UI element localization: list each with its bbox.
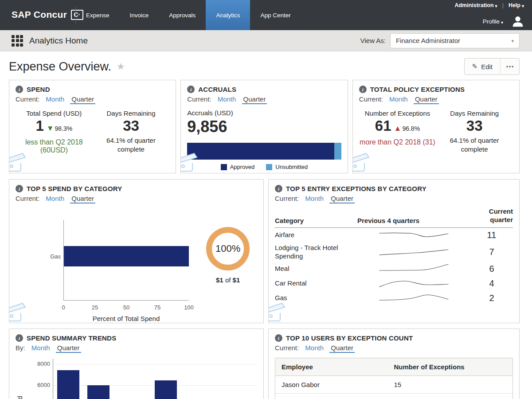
month-link[interactable]: Month	[305, 195, 324, 202]
month-link[interactable]: Month	[389, 95, 408, 103]
month-link[interactable]: Month	[305, 344, 324, 352]
favorite-star-icon[interactable]: ★	[117, 61, 125, 72]
tab-approvals[interactable]: Approvals	[159, 0, 206, 30]
card-title: SPEND SUMMARY TRENDS	[27, 334, 116, 342]
info-icon[interactable]: i	[16, 86, 23, 93]
entry-exceptions-card: i TOP 5 ENTRY EXCEPTIONS BY CATEGORY Cur…	[268, 179, 520, 323]
wallet-icon	[268, 301, 288, 323]
info-icon[interactable]: i	[275, 334, 282, 342]
info-icon[interactable]: i	[16, 185, 23, 192]
nav-separator: |	[502, 2, 504, 8]
page-title: Expense Overview.	[9, 60, 111, 74]
column-header: Previous 4 quarters	[357, 217, 470, 224]
top-users-card: i TOP 10 USERS BY EXCEPTION COUNT Curren…	[268, 329, 520, 399]
x-tick: 75	[149, 304, 166, 311]
quarter-link[interactable]: Quarter	[242, 95, 267, 104]
column-header: Employee	[282, 363, 394, 371]
donut-percent-label: 100%	[215, 243, 240, 254]
main-tabs: Expense Invoice Approvals Analytics App …	[76, 0, 301, 30]
wallet-icon	[352, 152, 372, 173]
info-icon[interactable]: i	[187, 86, 195, 93]
spend-trends-card: i SPEND SUMMARY TRENDS By: Month Quarter…	[9, 329, 264, 399]
period-label: Current:	[16, 95, 39, 103]
metric-label: Total Spend (USD)	[16, 110, 93, 117]
info-icon[interactable]: i	[275, 185, 282, 192]
accruals-value: 9,856	[187, 117, 341, 136]
quarter-link[interactable]: Quarter	[70, 95, 95, 104]
period-label: Current:	[275, 195, 299, 202]
tab-app-center[interactable]: App Center	[250, 0, 301, 30]
y-axis	[53, 359, 53, 399]
tab-invoice[interactable]: Invoice	[120, 0, 159, 30]
card-title: TOP 10 USERS BY EXCEPTION COUNT	[286, 334, 413, 342]
user-avatar-icon[interactable]	[512, 15, 524, 27]
metric-label: Days Remaining	[436, 110, 513, 117]
trend-bar	[57, 370, 79, 399]
x-tick: 0	[55, 304, 72, 311]
chevron-down-icon: ▾	[495, 4, 497, 8]
quarter-link[interactable]: Quarter	[70, 195, 95, 203]
quarter-link[interactable]: Quarter	[56, 344, 81, 353]
pencil-icon: ✎	[472, 63, 478, 70]
quarter-link[interactable]: Quarter	[329, 344, 355, 353]
edit-button[interactable]: ✎ Edit	[465, 59, 501, 74]
decrease-icon: ▼	[47, 124, 54, 133]
wallet-icon	[9, 152, 29, 173]
tab-expense[interactable]: Expense	[76, 0, 120, 30]
view-as-dropdown[interactable]: Finance Administrator ▾	[390, 33, 520, 48]
wallet-icon	[9, 301, 29, 323]
card-title: TOTAL POLICY EXCEPTIONS	[370, 86, 465, 93]
wallet-icon	[180, 152, 200, 173]
category-bar	[64, 246, 189, 266]
administration-menu[interactable]: Administration▾	[454, 2, 497, 8]
accruals-card: i ACCRUALS Current: Month Quarter Accrua…	[180, 80, 348, 173]
metric-value: 1	[35, 117, 43, 134]
x-tick: 25	[86, 304, 104, 311]
card-title: TOP 5 SPEND BY CATEGORY	[27, 185, 122, 192]
info-icon[interactable]: i	[16, 334, 23, 342]
quarter-link[interactable]: Quarter	[329, 195, 355, 203]
spend-by-category-card: i TOP 5 SPEND BY CATEGORY Current: Month…	[9, 179, 264, 323]
help-menu[interactable]: Help▾	[509, 2, 524, 8]
unsubmitted-swatch	[266, 164, 272, 170]
card-title: ACCRUALS	[198, 86, 236, 93]
table-row: Gas 2	[275, 291, 513, 305]
sparkline	[368, 292, 459, 304]
sparkline	[368, 263, 459, 274]
more-options-button[interactable]: ⋯	[501, 59, 519, 74]
apps-grid-icon[interactable]	[12, 35, 23, 47]
metric-label: Days Remaining	[93, 110, 170, 117]
metric-label: Number of Exceptions	[359, 110, 436, 117]
sparkline	[368, 229, 459, 241]
period-label: Current:	[16, 195, 39, 202]
month-link[interactable]: Month	[31, 344, 50, 352]
month-link[interactable]: Month	[46, 195, 64, 202]
accruals-stacked-bar	[187, 143, 341, 160]
trend-bar	[87, 385, 110, 399]
spend-trend-bar-chart: 8000 6000 Spend	[16, 355, 257, 399]
x-axis	[63, 300, 189, 301]
month-link[interactable]: Month	[218, 95, 236, 103]
x-tick: 50	[117, 304, 135, 311]
tab-analytics[interactable]: Analytics	[206, 0, 250, 30]
profile-menu[interactable]: Profile▾	[483, 18, 503, 25]
month-link[interactable]: Month	[46, 95, 64, 103]
accruals-approved-segment	[187, 143, 334, 160]
card-title: TOP 5 ENTRY EXCEPTIONS BY CATEGORY	[286, 185, 426, 192]
legend-label: Unsubmitted	[275, 164, 308, 170]
category-axis-label: Gas	[40, 253, 61, 260]
subheader-title: Analytics Home	[29, 36, 88, 46]
x-tick: 100	[180, 304, 198, 311]
subheader-bar: Analytics Home View As: Finance Administ…	[0, 30, 532, 51]
sap-concur-logo[interactable]: SAP Concur C·	[12, 9, 83, 20]
accruals-value-label: Accruals (USD)	[187, 109, 341, 117]
metric-value: 33	[93, 118, 170, 134]
table-row: Jason Gabor 15	[275, 376, 512, 393]
card-title: SPEND	[27, 86, 50, 93]
table-row: Airfare 11	[275, 228, 513, 243]
table-row: Car Rental 4	[275, 276, 513, 291]
quarter-link[interactable]: Quarter	[414, 95, 439, 104]
percent-donut: 100%	[206, 227, 250, 270]
info-icon[interactable]: i	[359, 86, 367, 93]
increase-icon: ▲	[394, 124, 402, 133]
